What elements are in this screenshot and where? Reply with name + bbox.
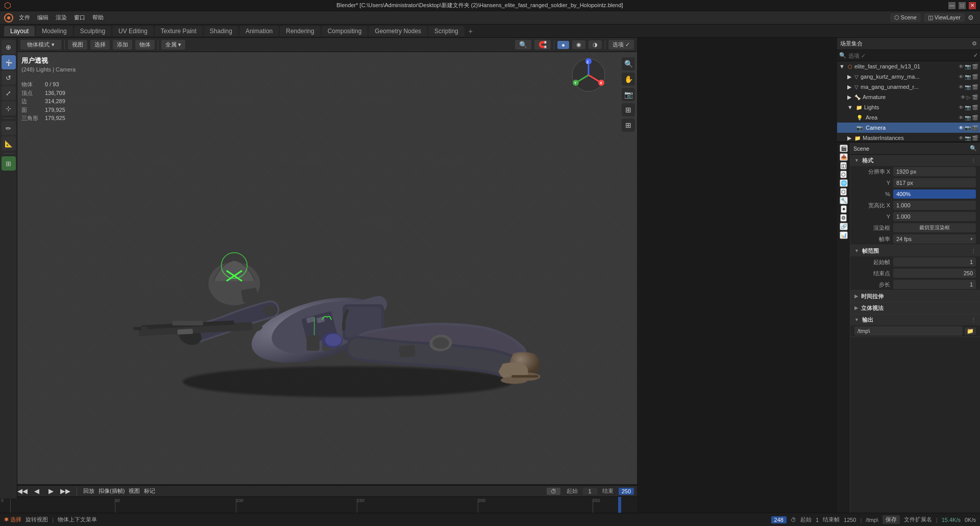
area-rnd-icon[interactable]: 🎬 — [972, 115, 978, 121]
lt-rnd-icon[interactable]: 🎬 — [972, 105, 978, 110]
view-layer-props-icon[interactable]: ◫ — [840, 162, 847, 170]
lt-vis-icon[interactable]: 👁 — [959, 105, 964, 110]
tab-texture-paint[interactable]: Texture Paint — [155, 26, 203, 36]
frame-selected-button[interactable]: ⊞ — [622, 103, 635, 116]
save-button[interactable]: 保存 — [883, 515, 900, 524]
settings-icon[interactable]: ⚙ — [968, 14, 974, 21]
stereo-header[interactable]: ▶ 立体视法 — [850, 302, 980, 314]
start-frame-display[interactable]: 1 — [583, 488, 597, 495]
minimize-button[interactable]: — — [948, 2, 955, 9]
data-props-icon[interactable]: 📊 — [840, 231, 848, 239]
format-section-header[interactable]: ▼ 格式 ⋮ — [850, 155, 980, 166]
tab-modeling[interactable]: Modeling — [36, 26, 73, 36]
move-tool-button[interactable] — [2, 55, 16, 69]
timeline-view-label[interactable]: 视图 — [129, 487, 140, 495]
res-y-value[interactable]: 817 px — [893, 178, 976, 187]
object-menu-button[interactable]: 物体 — [135, 40, 155, 50]
scale-tool-button[interactable]: ⤢ — [2, 86, 16, 100]
properties-search-icon[interactable]: 🔍 — [970, 145, 977, 152]
gu-vp-icon[interactable]: 📷 — [965, 84, 971, 90]
lt-vp-icon[interactable]: 📷 — [965, 105, 971, 110]
tab-scripting[interactable]: Scripting — [428, 26, 464, 36]
out-options[interactable]: ⋮ — [971, 317, 976, 323]
viewport-snap-toggle[interactable]: 🧲 — [534, 40, 551, 50]
menu-help[interactable]: 帮助 — [89, 13, 107, 22]
outliner-item-camera[interactable]: 📷 Camera 👁 📷 🎬 — [837, 123, 980, 133]
menu-file[interactable]: 文件 — [15, 13, 34, 22]
arm-vis-icon[interactable]: 👁 — [961, 94, 966, 100]
tab-sculpting[interactable]: Sculpting — [74, 26, 111, 36]
outliner-filter-button[interactable]: ⚙ — [972, 40, 977, 47]
constraints-props-icon[interactable]: 🔗 — [840, 223, 848, 230]
tab-add[interactable]: + — [465, 26, 476, 36]
view-layer-selector[interactable]: ◫ ViewLayer — [924, 13, 965, 22]
menu-window[interactable]: 窗口 — [70, 13, 89, 22]
zoom-in-button[interactable]: 🔍 — [622, 57, 635, 70]
timeline-rewind-button[interactable]: ◀◀ — [17, 486, 28, 496]
timeline-content[interactable]: 0 50 100 150 200 250 — [0, 497, 637, 513]
modifier-props-icon[interactable]: 🔧 — [840, 197, 848, 204]
menu-render[interactable]: 渲染 — [52, 13, 70, 22]
area-vis-icon[interactable]: 👁 — [959, 115, 964, 121]
scene-selector[interactable]: ⬡ Scene — [890, 13, 921, 22]
annotate-tool-button[interactable]: ✏ — [2, 121, 16, 135]
camera-view-button[interactable]: 📷 — [622, 88, 635, 101]
output-header[interactable]: ▼ 输出 ⋮ — [850, 314, 980, 325]
step-val[interactable]: 1 — [893, 280, 976, 289]
transform-tool-button[interactable]: ⊹ — [2, 101, 16, 115]
gk-rnd-icon[interactable]: 🎬 — [972, 74, 978, 80]
viewport-shading-rendered[interactable]: ◑ — [589, 40, 602, 49]
mi-vis-icon[interactable]: 👁 — [959, 135, 964, 141]
outliner-item-area[interactable]: 💡 Area 👁 📷 🎬 — [837, 112, 980, 123]
mi-rnd-icon[interactable]: 🎬 — [972, 135, 978, 141]
viewport-icon[interactable]: 📷 — [965, 64, 971, 69]
output-folder-button[interactable]: 📁 — [965, 327, 976, 335]
cam-vis-icon[interactable]: 👁 — [959, 125, 964, 131]
timeline-back-button[interactable]: ◀ — [32, 486, 42, 496]
percent-value[interactable]: 400% — [893, 189, 976, 199]
render-region-value[interactable]: 裁切至渲染框 — [893, 223, 976, 232]
gu-vis-icon[interactable]: 👁 — [959, 84, 964, 90]
close-button[interactable]: ✕ — [969, 2, 976, 9]
render-icon[interactable]: 🎬 — [972, 64, 978, 69]
grid-view-button[interactable]: ⊞ — [622, 118, 635, 132]
add-menu-button[interactable]: 添加 — [113, 40, 132, 50]
end-frame-display[interactable]: 250 — [619, 488, 634, 495]
pan-button[interactable]: ✋ — [622, 73, 635, 86]
tab-animation[interactable]: Animation — [239, 26, 279, 36]
arm-vp-icon[interactable]: ▷ — [967, 94, 971, 100]
measure-tool-button[interactable]: 📐 — [2, 136, 16, 151]
outliner-item-armature[interactable]: ▶ 🦴 Armature 👁 ▷ 🎬 — [837, 92, 980, 102]
object-props-icon[interactable]: ⬡ — [840, 188, 847, 196]
cam-vp-icon[interactable]: 📷 — [965, 125, 971, 131]
options-button[interactable]: 选项 ✓ — [608, 40, 634, 50]
timeline-interp-label[interactable]: 拟像(插帧) — [99, 487, 125, 495]
frame-range-header[interactable]: ▼ 帧范围 ⋮ — [850, 245, 980, 256]
blender-menu-logo[interactable] — [2, 12, 15, 23]
particles-props-icon[interactable]: ✦ — [841, 205, 847, 213]
format-options-icon[interactable]: ⋮ — [971, 158, 976, 163]
aspect-y-value[interactable]: 1.000 — [893, 212, 976, 221]
start-frame-val[interactable]: 1 — [893, 257, 976, 267]
tab-shading[interactable]: Shading — [204, 26, 238, 36]
material-mode-button[interactable]: 全属 ▾ — [161, 40, 185, 50]
tab-compositing[interactable]: Compositing — [322, 26, 368, 36]
tab-layout[interactable]: Layout — [4, 26, 35, 36]
timeline-playback-label[interactable]: 回放 — [83, 487, 94, 495]
menu-edit[interactable]: 编辑 — [34, 13, 52, 22]
outliner-item-masterinstances[interactable]: ▶ 📁 MasterInstances 👁 📷 🎬 — [837, 133, 980, 143]
viewport-shading-material[interactable]: ◉ — [572, 40, 585, 49]
cursor-tool-button[interactable]: ⊕ — [2, 40, 16, 54]
gk-vp-icon[interactable]: 📷 — [965, 74, 971, 80]
view-menu-button[interactable]: 视图 — [68, 40, 87, 50]
add-object-button[interactable]: ⊞ — [2, 156, 16, 171]
timeline-forward-button[interactable]: ▶▶ — [60, 486, 70, 496]
viewport[interactable]: CG模型主 CG模型主 CG模型主 CG模型主 CG模型主 CG模型主 CG模型… — [17, 52, 637, 484]
rotate-tool-button[interactable]: ↺ — [2, 70, 16, 85]
cam-rnd-icon[interactable]: 🎬 — [972, 125, 978, 131]
viewport-shading-solid[interactable]: ● — [557, 41, 569, 49]
time-stretch-header[interactable]: ▶ 时间拉伸 — [850, 291, 980, 302]
visibility-icon[interactable]: 👁 — [959, 64, 964, 69]
output-path-value[interactable]: /tmp\ — [854, 326, 963, 336]
viewport-overlay-toggle[interactable]: 🔍 — [515, 40, 531, 50]
